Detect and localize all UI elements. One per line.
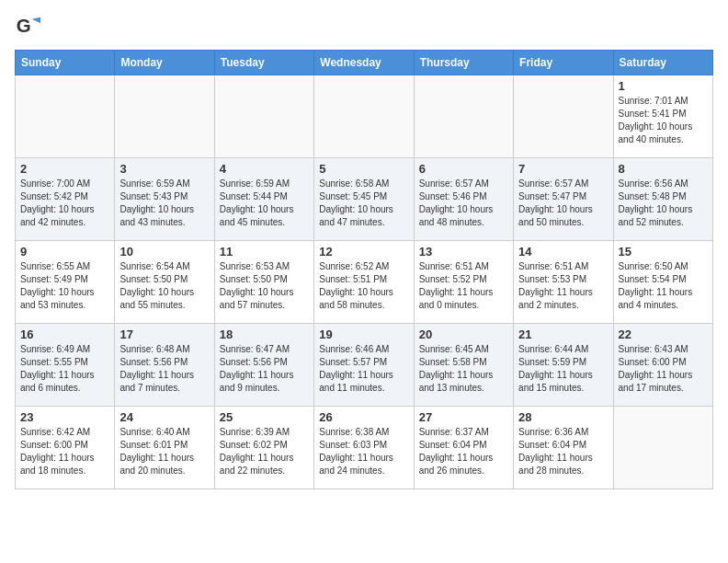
- day-info: Sunrise: 6:48 AM Sunset: 5:56 PM Dayligh…: [119, 343, 209, 395]
- day-number: 27: [419, 410, 508, 424]
- calendar-cell: 4Sunrise: 6:59 AM Sunset: 5:44 PM Daylig…: [214, 158, 313, 241]
- calendar-cell: [115, 75, 214, 158]
- day-number: 25: [220, 410, 309, 424]
- calendar-header-row: SundayMondayTuesdayWednesdayThursdayFrid…: [16, 51, 713, 75]
- calendar-cell: 14Sunrise: 6:51 AM Sunset: 5:53 PM Dayli…: [514, 241, 613, 324]
- day-info: Sunrise: 6:57 AM Sunset: 5:46 PM Dayligh…: [419, 178, 508, 229]
- day-info: Sunrise: 6:51 AM Sunset: 5:53 PM Dayligh…: [518, 260, 608, 312]
- day-number: 23: [20, 410, 109, 424]
- day-info: Sunrise: 6:42 AM Sunset: 6:00 PM Dayligh…: [20, 426, 109, 477]
- calendar-cell: 20Sunrise: 6:45 AM Sunset: 5:58 PM Dayli…: [414, 324, 513, 407]
- day-info: Sunrise: 6:38 AM Sunset: 6:03 PM Dayligh…: [319, 426, 408, 477]
- calendar-cell: 10Sunrise: 6:54 AM Sunset: 5:50 PM Dayli…: [115, 241, 214, 324]
- calendar-cell: 1Sunrise: 7:01 AM Sunset: 5:41 PM Daylig…: [613, 75, 712, 158]
- calendar-cell: 21Sunrise: 6:44 AM Sunset: 5:59 PM Dayli…: [514, 324, 613, 407]
- day-number: 28: [518, 410, 608, 424]
- day-number: 6: [419, 162, 508, 176]
- calendar-cell: [514, 75, 613, 158]
- calendar-cell: 3Sunrise: 6:59 AM Sunset: 5:43 PM Daylig…: [115, 158, 214, 241]
- day-number: 7: [518, 162, 608, 176]
- weekday-header: Thursday: [414, 51, 513, 75]
- calendar-cell: 18Sunrise: 6:47 AM Sunset: 5:56 PM Dayli…: [214, 324, 313, 407]
- day-info: Sunrise: 6:43 AM Sunset: 6:00 PM Dayligh…: [619, 343, 708, 395]
- day-info: Sunrise: 6:57 AM Sunset: 5:47 PM Dayligh…: [518, 178, 608, 229]
- day-number: 13: [419, 245, 508, 259]
- calendar-cell: 13Sunrise: 6:51 AM Sunset: 5:52 PM Dayli…: [414, 241, 513, 324]
- day-info: Sunrise: 6:58 AM Sunset: 5:45 PM Dayligh…: [319, 178, 408, 229]
- day-number: 10: [119, 245, 209, 259]
- calendar-cell: 16Sunrise: 6:49 AM Sunset: 5:55 PM Dayli…: [16, 324, 115, 407]
- weekday-header: Sunday: [16, 51, 115, 75]
- day-info: Sunrise: 6:53 AM Sunset: 5:50 PM Dayligh…: [220, 260, 309, 312]
- day-number: 19: [319, 327, 408, 341]
- logo: G: [15, 15, 44, 40]
- day-number: 5: [319, 162, 408, 176]
- weekday-header: Monday: [115, 51, 214, 75]
- day-number: 24: [119, 410, 209, 424]
- calendar-cell: 8Sunrise: 6:56 AM Sunset: 5:48 PM Daylig…: [613, 158, 712, 241]
- weekday-header: Friday: [514, 51, 613, 75]
- calendar-week-row: 2Sunrise: 7:00 AM Sunset: 5:42 PM Daylig…: [16, 158, 713, 241]
- day-number: 22: [619, 327, 708, 341]
- calendar-cell: 17Sunrise: 6:48 AM Sunset: 5:56 PM Dayli…: [115, 324, 214, 407]
- day-info: Sunrise: 6:52 AM Sunset: 5:51 PM Dayligh…: [319, 260, 408, 312]
- day-info: Sunrise: 6:55 AM Sunset: 5:49 PM Dayligh…: [20, 260, 109, 312]
- day-number: 4: [220, 162, 309, 176]
- day-number: 14: [518, 245, 608, 259]
- calendar-cell: [16, 75, 115, 158]
- logo-icon: G: [15, 15, 40, 40]
- day-number: 3: [119, 162, 209, 176]
- svg-marker-1: [32, 17, 40, 24]
- calendar-cell: 9Sunrise: 6:55 AM Sunset: 5:49 PM Daylig…: [16, 241, 115, 324]
- day-info: Sunrise: 7:01 AM Sunset: 5:41 PM Dayligh…: [619, 95, 708, 146]
- calendar-week-row: 23Sunrise: 6:42 AM Sunset: 6:00 PM Dayli…: [16, 407, 713, 489]
- calendar-cell: 5Sunrise: 6:58 AM Sunset: 5:45 PM Daylig…: [314, 158, 414, 241]
- day-info: Sunrise: 6:56 AM Sunset: 5:48 PM Dayligh…: [619, 178, 708, 229]
- day-number: 20: [419, 327, 508, 341]
- day-info: Sunrise: 6:40 AM Sunset: 6:01 PM Dayligh…: [119, 426, 209, 477]
- calendar-cell: [214, 75, 313, 158]
- day-number: 12: [319, 245, 408, 259]
- calendar-cell: 22Sunrise: 6:43 AM Sunset: 6:00 PM Dayli…: [613, 324, 712, 407]
- day-number: 8: [619, 162, 708, 176]
- day-info: Sunrise: 6:51 AM Sunset: 5:52 PM Dayligh…: [419, 260, 508, 312]
- day-number: 2: [20, 162, 109, 176]
- calendar-cell: [613, 407, 712, 489]
- weekday-header: Wednesday: [314, 51, 414, 75]
- day-info: Sunrise: 6:47 AM Sunset: 5:56 PM Dayligh…: [220, 343, 309, 395]
- day-info: Sunrise: 6:59 AM Sunset: 5:43 PM Dayligh…: [119, 178, 209, 229]
- day-number: 18: [220, 327, 309, 341]
- calendar-cell: 25Sunrise: 6:39 AM Sunset: 6:02 PM Dayli…: [214, 407, 313, 489]
- day-number: 17: [119, 327, 209, 341]
- day-info: Sunrise: 6:39 AM Sunset: 6:02 PM Dayligh…: [220, 426, 309, 477]
- day-info: Sunrise: 6:45 AM Sunset: 5:58 PM Dayligh…: [419, 343, 508, 395]
- day-info: Sunrise: 6:46 AM Sunset: 5:57 PM Dayligh…: [319, 343, 408, 395]
- day-number: 11: [220, 245, 309, 259]
- day-number: 15: [619, 245, 708, 259]
- weekday-header: Tuesday: [214, 51, 313, 75]
- calendar-week-row: 1Sunrise: 7:01 AM Sunset: 5:41 PM Daylig…: [16, 75, 713, 158]
- calendar-week-row: 9Sunrise: 6:55 AM Sunset: 5:49 PM Daylig…: [16, 241, 713, 324]
- calendar-cell: 28Sunrise: 6:36 AM Sunset: 6:04 PM Dayli…: [514, 407, 613, 489]
- calendar-cell: 15Sunrise: 6:50 AM Sunset: 5:54 PM Dayli…: [613, 241, 712, 324]
- calendar-table: SundayMondayTuesdayWednesdayThursdayFrid…: [15, 50, 713, 489]
- day-number: 9: [20, 245, 109, 259]
- calendar-cell: 2Sunrise: 7:00 AM Sunset: 5:42 PM Daylig…: [16, 158, 115, 241]
- calendar-cell: 23Sunrise: 6:42 AM Sunset: 6:00 PM Dayli…: [16, 407, 115, 489]
- day-info: Sunrise: 6:54 AM Sunset: 5:50 PM Dayligh…: [119, 260, 209, 312]
- day-info: Sunrise: 6:37 AM Sunset: 6:04 PM Dayligh…: [419, 426, 508, 477]
- day-info: Sunrise: 7:00 AM Sunset: 5:42 PM Dayligh…: [20, 178, 109, 229]
- svg-text:G: G: [17, 15, 31, 36]
- calendar-cell: [414, 75, 513, 158]
- calendar-cell: 19Sunrise: 6:46 AM Sunset: 5:57 PM Dayli…: [314, 324, 414, 407]
- day-number: 1: [619, 79, 708, 93]
- day-info: Sunrise: 6:36 AM Sunset: 6:04 PM Dayligh…: [518, 426, 608, 477]
- calendar-cell: 7Sunrise: 6:57 AM Sunset: 5:47 PM Daylig…: [514, 158, 613, 241]
- day-number: 26: [319, 410, 408, 424]
- calendar-week-row: 16Sunrise: 6:49 AM Sunset: 5:55 PM Dayli…: [16, 324, 713, 407]
- weekday-header: Saturday: [613, 51, 712, 75]
- day-info: Sunrise: 6:50 AM Sunset: 5:54 PM Dayligh…: [619, 260, 708, 312]
- day-info: Sunrise: 6:49 AM Sunset: 5:55 PM Dayligh…: [20, 343, 109, 395]
- day-number: 21: [518, 327, 608, 341]
- calendar-cell: [314, 75, 414, 158]
